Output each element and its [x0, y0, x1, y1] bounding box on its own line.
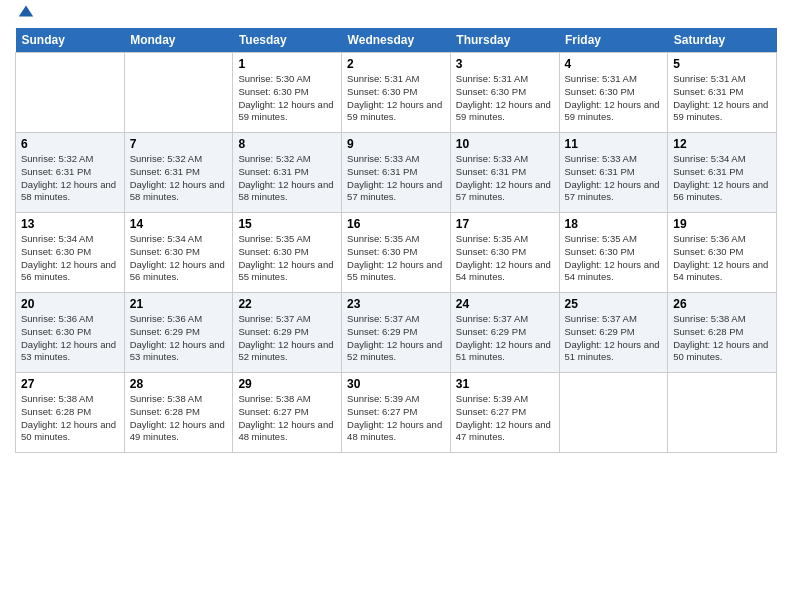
day-info: Sunrise: 5:33 AMSunset: 6:31 PMDaylight:… [565, 153, 663, 204]
day-number: 13 [21, 217, 119, 231]
day-number: 1 [238, 57, 336, 71]
calendar-cell: 12Sunrise: 5:34 AMSunset: 6:31 PMDayligh… [668, 133, 777, 213]
calendar-week-3: 13Sunrise: 5:34 AMSunset: 6:30 PMDayligh… [16, 213, 777, 293]
day-info: Sunrise: 5:32 AMSunset: 6:31 PMDaylight:… [21, 153, 119, 204]
day-info: Sunrise: 5:31 AMSunset: 6:31 PMDaylight:… [673, 73, 771, 124]
calendar-cell [559, 373, 668, 453]
day-info: Sunrise: 5:35 AMSunset: 6:30 PMDaylight:… [565, 233, 663, 284]
day-info: Sunrise: 5:39 AMSunset: 6:27 PMDaylight:… [456, 393, 554, 444]
day-info: Sunrise: 5:34 AMSunset: 6:31 PMDaylight:… [673, 153, 771, 204]
day-info: Sunrise: 5:37 AMSunset: 6:29 PMDaylight:… [565, 313, 663, 364]
calendar-header-monday: Monday [124, 28, 233, 53]
day-number: 23 [347, 297, 445, 311]
calendar-cell: 15Sunrise: 5:35 AMSunset: 6:30 PMDayligh… [233, 213, 342, 293]
calendar-cell: 11Sunrise: 5:33 AMSunset: 6:31 PMDayligh… [559, 133, 668, 213]
calendar-cell: 22Sunrise: 5:37 AMSunset: 6:29 PMDayligh… [233, 293, 342, 373]
calendar-cell: 17Sunrise: 5:35 AMSunset: 6:30 PMDayligh… [450, 213, 559, 293]
day-info: Sunrise: 5:36 AMSunset: 6:30 PMDaylight:… [21, 313, 119, 364]
day-number: 24 [456, 297, 554, 311]
day-number: 6 [21, 137, 119, 151]
calendar-cell: 14Sunrise: 5:34 AMSunset: 6:30 PMDayligh… [124, 213, 233, 293]
calendar-cell: 5Sunrise: 5:31 AMSunset: 6:31 PMDaylight… [668, 53, 777, 133]
day-info: Sunrise: 5:37 AMSunset: 6:29 PMDaylight:… [347, 313, 445, 364]
calendar-cell: 21Sunrise: 5:36 AMSunset: 6:29 PMDayligh… [124, 293, 233, 373]
day-number: 20 [21, 297, 119, 311]
header [15, 10, 777, 20]
calendar-week-5: 27Sunrise: 5:38 AMSunset: 6:28 PMDayligh… [16, 373, 777, 453]
logo [15, 10, 35, 20]
day-number: 25 [565, 297, 663, 311]
calendar-header-tuesday: Tuesday [233, 28, 342, 53]
calendar-cell: 7Sunrise: 5:32 AMSunset: 6:31 PMDaylight… [124, 133, 233, 213]
day-info: Sunrise: 5:38 AMSunset: 6:28 PMDaylight:… [130, 393, 228, 444]
calendar-header-thursday: Thursday [450, 28, 559, 53]
day-number: 5 [673, 57, 771, 71]
day-number: 8 [238, 137, 336, 151]
page: SundayMondayTuesdayWednesdayThursdayFrid… [0, 0, 792, 612]
calendar-cell: 10Sunrise: 5:33 AMSunset: 6:31 PMDayligh… [450, 133, 559, 213]
calendar-cell: 8Sunrise: 5:32 AMSunset: 6:31 PMDaylight… [233, 133, 342, 213]
day-number: 10 [456, 137, 554, 151]
day-info: Sunrise: 5:34 AMSunset: 6:30 PMDaylight:… [21, 233, 119, 284]
calendar-cell: 19Sunrise: 5:36 AMSunset: 6:30 PMDayligh… [668, 213, 777, 293]
day-number: 19 [673, 217, 771, 231]
day-number: 9 [347, 137, 445, 151]
day-number: 26 [673, 297, 771, 311]
day-info: Sunrise: 5:33 AMSunset: 6:31 PMDaylight:… [456, 153, 554, 204]
calendar-cell: 31Sunrise: 5:39 AMSunset: 6:27 PMDayligh… [450, 373, 559, 453]
calendar-cell [668, 373, 777, 453]
calendar-cell: 29Sunrise: 5:38 AMSunset: 6:27 PMDayligh… [233, 373, 342, 453]
day-info: Sunrise: 5:31 AMSunset: 6:30 PMDaylight:… [456, 73, 554, 124]
calendar-cell: 16Sunrise: 5:35 AMSunset: 6:30 PMDayligh… [342, 213, 451, 293]
day-info: Sunrise: 5:30 AMSunset: 6:30 PMDaylight:… [238, 73, 336, 124]
calendar-cell: 4Sunrise: 5:31 AMSunset: 6:30 PMDaylight… [559, 53, 668, 133]
calendar-cell [16, 53, 125, 133]
day-info: Sunrise: 5:34 AMSunset: 6:30 PMDaylight:… [130, 233, 228, 284]
calendar-header-wednesday: Wednesday [342, 28, 451, 53]
day-info: Sunrise: 5:31 AMSunset: 6:30 PMDaylight:… [347, 73, 445, 124]
day-number: 11 [565, 137, 663, 151]
day-info: Sunrise: 5:35 AMSunset: 6:30 PMDaylight:… [456, 233, 554, 284]
day-number: 31 [456, 377, 554, 391]
day-info: Sunrise: 5:33 AMSunset: 6:31 PMDaylight:… [347, 153, 445, 204]
day-info: Sunrise: 5:35 AMSunset: 6:30 PMDaylight:… [238, 233, 336, 284]
day-info: Sunrise: 5:38 AMSunset: 6:28 PMDaylight:… [673, 313, 771, 364]
calendar-header-sunday: Sunday [16, 28, 125, 53]
day-info: Sunrise: 5:32 AMSunset: 6:31 PMDaylight:… [130, 153, 228, 204]
day-number: 4 [565, 57, 663, 71]
day-info: Sunrise: 5:38 AMSunset: 6:28 PMDaylight:… [21, 393, 119, 444]
calendar-table: SundayMondayTuesdayWednesdayThursdayFrid… [15, 28, 777, 453]
calendar-header-row: SundayMondayTuesdayWednesdayThursdayFrid… [16, 28, 777, 53]
day-number: 21 [130, 297, 228, 311]
calendar-cell: 30Sunrise: 5:39 AMSunset: 6:27 PMDayligh… [342, 373, 451, 453]
day-info: Sunrise: 5:32 AMSunset: 6:31 PMDaylight:… [238, 153, 336, 204]
calendar-cell: 3Sunrise: 5:31 AMSunset: 6:30 PMDaylight… [450, 53, 559, 133]
calendar-cell: 2Sunrise: 5:31 AMSunset: 6:30 PMDaylight… [342, 53, 451, 133]
calendar-cell: 20Sunrise: 5:36 AMSunset: 6:30 PMDayligh… [16, 293, 125, 373]
svg-marker-0 [19, 6, 33, 17]
calendar-header-friday: Friday [559, 28, 668, 53]
day-number: 17 [456, 217, 554, 231]
day-info: Sunrise: 5:37 AMSunset: 6:29 PMDaylight:… [238, 313, 336, 364]
calendar-cell: 28Sunrise: 5:38 AMSunset: 6:28 PMDayligh… [124, 373, 233, 453]
day-number: 28 [130, 377, 228, 391]
day-info: Sunrise: 5:38 AMSunset: 6:27 PMDaylight:… [238, 393, 336, 444]
day-number: 15 [238, 217, 336, 231]
day-number: 12 [673, 137, 771, 151]
calendar-header-saturday: Saturday [668, 28, 777, 53]
calendar-cell [124, 53, 233, 133]
calendar-cell: 25Sunrise: 5:37 AMSunset: 6:29 PMDayligh… [559, 293, 668, 373]
day-info: Sunrise: 5:36 AMSunset: 6:29 PMDaylight:… [130, 313, 228, 364]
day-number: 14 [130, 217, 228, 231]
calendar-cell: 24Sunrise: 5:37 AMSunset: 6:29 PMDayligh… [450, 293, 559, 373]
day-number: 30 [347, 377, 445, 391]
day-number: 18 [565, 217, 663, 231]
calendar-cell: 18Sunrise: 5:35 AMSunset: 6:30 PMDayligh… [559, 213, 668, 293]
calendar-week-1: 1Sunrise: 5:30 AMSunset: 6:30 PMDaylight… [16, 53, 777, 133]
calendar-cell: 9Sunrise: 5:33 AMSunset: 6:31 PMDaylight… [342, 133, 451, 213]
day-info: Sunrise: 5:37 AMSunset: 6:29 PMDaylight:… [456, 313, 554, 364]
day-number: 22 [238, 297, 336, 311]
calendar-cell: 26Sunrise: 5:38 AMSunset: 6:28 PMDayligh… [668, 293, 777, 373]
day-number: 3 [456, 57, 554, 71]
day-info: Sunrise: 5:35 AMSunset: 6:30 PMDaylight:… [347, 233, 445, 284]
